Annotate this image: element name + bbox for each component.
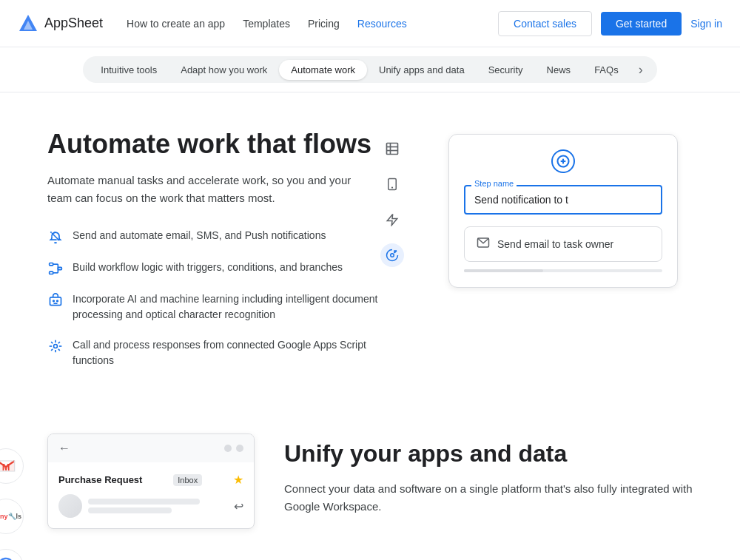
svg-point-11 [53,300,55,302]
step-name-input[interactable] [464,185,662,215]
email-dot-2 [236,445,243,452]
subnav-intuitive-tools[interactable]: Intuitive tools [89,60,169,80]
section-unify-title: Unify your apps and data [284,439,693,468]
svg-point-29 [391,254,394,257]
nav-how-to-create[interactable]: How to create an app [127,18,225,30]
subnav: Intuitive tools Adapt how you work Autom… [83,56,656,83]
mockup-progress-bar [464,269,662,272]
svg-rect-4 [50,271,53,274]
section-automate-left: Automate work that flows Automate manual… [47,128,382,368]
mockup-sidebar [374,128,410,276]
email-card: ← Purchase Request Inbox ★ [47,434,255,529]
section-unify: M many🔧ls G ← [0,416,740,560]
contact-sales-button[interactable]: Contact sales [498,11,592,36]
svg-point-14 [54,345,58,348]
bell-icon [47,229,64,245]
feature-text-ai: Incorporate AI and machine learning incl… [73,291,382,323]
section-automate: Automate work that flows Automate manual… [0,92,740,416]
subnav-news[interactable]: News [535,60,583,80]
nav-pricing[interactable]: Pricing [308,18,340,30]
subnav-faqs[interactable]: FAQs [582,60,630,80]
svg-rect-3 [50,263,53,266]
add-step-button[interactable] [551,149,575,173]
mockup-progress-fill [464,269,543,272]
brand-icons-left: M many🔧ls G [0,448,24,560]
subnav-unify-apps[interactable]: Unify apps and data [367,60,477,80]
email-avatar-row: ↩ [58,494,243,518]
get-started-button[interactable]: Get started [601,12,682,36]
email-reply-icon[interactable]: ↩ [234,499,243,513]
section-automate-mockup: Step name Send email to task owner [411,128,693,288]
email-dot-1 [224,445,232,452]
email-text-lines [88,499,228,513]
subnav-security[interactable]: Security [477,60,535,80]
send-email-action[interactable]: Send email to task owner [464,226,662,262]
subnav-arrow-icon[interactable]: › [630,59,651,80]
subnav-automate-work[interactable]: Automate work [279,60,367,80]
feature-text-script: Call and process responses from connecte… [73,337,382,368]
section-automate-title: Automate work that flows [47,128,382,160]
feature-list: Send and automate email, SMS, and Push n… [47,228,382,368]
feature-item-workflow: Build workflow logic with triggers, cond… [47,260,382,277]
svg-line-22 [51,349,53,351]
feature-item-notifications: Send and automate email, SMS, and Push n… [47,228,382,245]
header-left: AppSheet How to create an app Templates … [18,13,407,34]
feature-item-script: Call and process responses from connecte… [47,337,382,368]
mockup-bolt-icon[interactable] [380,208,404,232]
appsheet-logo-icon [18,13,38,34]
main-content: Automate work that flows Automate manual… [0,92,740,560]
email-mockup-wrapper: M many🔧ls G ← [47,434,255,529]
mockup-card: Step name Send email to task owner [448,134,678,288]
email-badge: Inbox [173,474,202,486]
manytools-icon: many🔧ls [0,499,24,534]
script-icon [47,338,64,354]
mockup-table-icon[interactable] [380,137,404,161]
email-back-button[interactable]: ← [58,442,70,455]
ai-icon [47,292,64,308]
header-right: Contact sales Get started Sign in [498,11,722,36]
subnav-wrapper: Intuitive tools Adapt how you work Autom… [0,47,740,92]
mockup-automation-icon[interactable] [380,243,404,267]
email-star-icon[interactable]: ★ [233,473,243,487]
step-name-form-group: Step name [464,185,662,215]
logo-text: AppSheet [44,16,103,31]
email-subject-text: Purchase Request [58,474,142,485]
feature-text-notifications: Send and automate email, SMS, and Push n… [73,228,326,243]
nav-resources[interactable]: Resources [357,18,407,30]
gmail-icon: M [0,448,24,484]
svg-line-20 [58,349,60,351]
section-automate-desc: Automate manual tasks and accelerate wor… [47,172,358,207]
action-label: Send email to task owner [497,238,613,250]
svg-rect-23 [387,144,398,155]
section-unify-desc: Connect your data and software on a sing… [284,480,693,516]
main-nav: How to create an app Templates Pricing R… [127,18,407,30]
email-dots [224,445,243,452]
subnav-adapt-how[interactable]: Adapt how you work [169,60,279,80]
email-body: Purchase Request Inbox ★ ↩ [48,462,254,528]
svg-line-19 [51,342,53,343]
feature-item-ai: Incorporate AI and machine learning incl… [47,291,382,323]
svg-point-12 [57,300,58,302]
email-avatar [58,494,82,518]
email-line-2 [88,507,172,513]
header: AppSheet How to create an app Templates … [0,0,740,47]
email-subject-row: Purchase Request Inbox ★ [58,473,243,487]
email-icon [477,236,490,252]
section-unify-right: Unify your apps and data Connect your da… [284,434,693,515]
feature-text-workflow: Build workflow logic with triggers, cond… [73,260,343,275]
logo[interactable]: AppSheet [18,13,103,34]
mockup-mobile-icon[interactable] [380,172,404,196]
svg-text:M: M [2,462,10,473]
step-name-label: Step name [471,179,517,188]
workflow-icon [47,260,64,277]
svg-rect-10 [50,297,61,306]
email-line-1 [88,499,200,505]
svg-line-21 [58,342,60,343]
email-card-header: ← [48,434,254,462]
sign-in-link[interactable]: Sign in [690,18,722,30]
google-icon: G [0,549,24,560]
nav-templates[interactable]: Templates [243,18,290,30]
